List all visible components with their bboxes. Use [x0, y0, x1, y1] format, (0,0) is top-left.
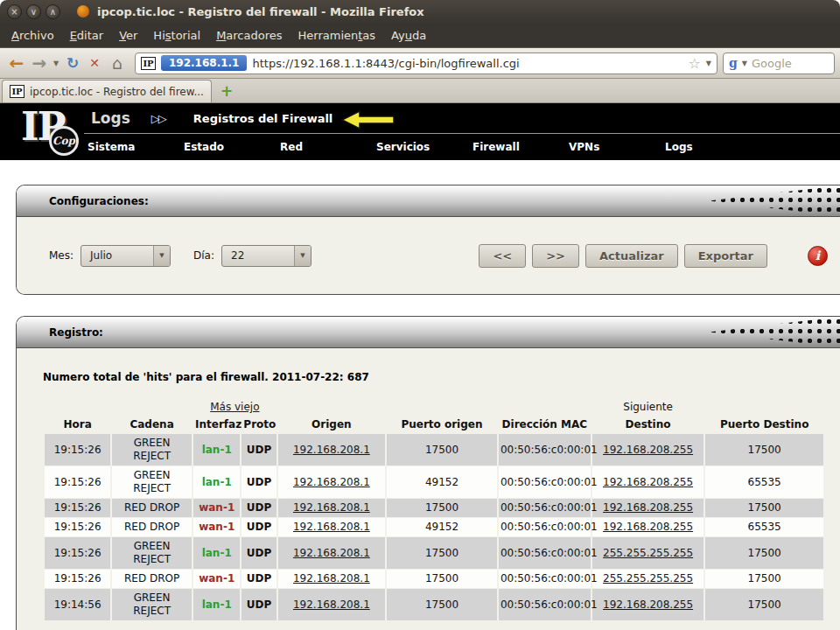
google-icon: g	[729, 56, 738, 70]
cell-mac: 00:50:56:c0:00:01	[499, 466, 591, 498]
cell-source: 192.168.208.1	[278, 434, 385, 466]
search-placeholder: Google	[752, 57, 792, 70]
menu-item-historial[interactable]: Historial	[145, 25, 208, 46]
nav-item-firewall[interactable]: Firewall	[472, 141, 569, 153]
window-minimize-button[interactable]: ∨	[26, 4, 41, 19]
col-puerto-destino: Puerto Destino	[705, 416, 823, 433]
log-table-body: 19:15:26GREEN REJECTlan-1UDP192.168.208.…	[45, 434, 823, 620]
nav-item-red[interactable]: Red	[280, 141, 376, 153]
new-tab-button[interactable]: +	[212, 82, 242, 102]
nav-item-estado[interactable]: Estado	[184, 141, 280, 153]
older-cell: Más viejo	[193, 400, 276, 415]
cell-time: 19:15:26	[45, 518, 110, 536]
cell-source: 192.168.208.1	[278, 518, 385, 536]
source-ip-link[interactable]: 192.168.208.1	[293, 476, 370, 488]
source-ip-link[interactable]: 192.168.208.1	[293, 501, 370, 514]
month-select[interactable]: Julio ▼	[80, 245, 171, 267]
back-icon[interactable]: ←	[5, 52, 28, 74]
cell-chain: GREEN REJECT	[112, 589, 192, 620]
cell-source: 192.168.208.1	[278, 499, 385, 517]
section-label: Logs	[91, 109, 130, 127]
ipcop-header: IP Cop Logs ▷▷ Registros del Firewall Si…	[0, 103, 840, 160]
cell-time: 19:15:26	[45, 570, 110, 588]
menu-item-ayuda[interactable]: Ayuda	[383, 25, 434, 46]
url-dropdown-icon[interactable]: ▼	[706, 60, 711, 67]
source-ip-link[interactable]: 192.168.208.1	[293, 444, 370, 456]
nav-item-vpns[interactable]: VPNs	[569, 141, 665, 153]
chevrons-icon: ▷▷	[151, 112, 165, 125]
day-select-arrow-icon[interactable]: ▼	[294, 246, 311, 266]
source-ip-link[interactable]: 192.168.208.1	[293, 572, 370, 584]
cell-proto: UDP	[242, 570, 276, 588]
cell-proto: UDP	[242, 537, 276, 569]
next-button[interactable]: >>	[532, 244, 579, 268]
history-dropdown-icon[interactable]: ▼	[51, 60, 61, 67]
search-engine-dropdown-icon[interactable]: ▼	[742, 60, 747, 67]
col-cadena: Cadena	[112, 416, 192, 433]
home-icon[interactable]: ⌂	[105, 53, 130, 73]
menu-item-herramientas[interactable]: Herramientas	[290, 25, 384, 46]
search-box[interactable]: g ▼ Google	[723, 52, 835, 74]
cell-source: 192.168.208.1	[278, 537, 385, 569]
refresh-icon[interactable]: ↻	[61, 54, 84, 72]
firefox-icon	[77, 5, 89, 18]
cell-interface: wan-1	[193, 570, 240, 588]
forward-icon[interactable]: →	[28, 52, 51, 74]
window-titlebar: × ∨ ∧ ipcop.tic.loc - Registro del firew…	[0, 0, 840, 23]
log-panel: Registro: Numero total de 'hits' para el…	[16, 316, 840, 630]
settings-panel-body: Mes: Julio ▼ Día: 22 ▼ << >> Actualizar …	[17, 217, 840, 294]
pagination-row: Más viejo Siguiente	[45, 400, 823, 415]
source-ip-link[interactable]: 192.168.208.1	[293, 547, 370, 559]
site-identity-button[interactable]: 192.168.1.1	[161, 55, 247, 71]
cell-time: 19:15:26	[45, 466, 110, 498]
page-content: Configuraciones: Mes: Julio ▼ Día: 22 ▼ …	[0, 160, 840, 630]
menu-item-ver[interactable]: Ver	[111, 25, 145, 46]
tab-title: ipcop.tic.loc - Registro del firew...	[30, 86, 204, 98]
destination-ip-link[interactable]: 192.168.208.255	[603, 476, 693, 488]
source-ip-link[interactable]: 192.168.208.1	[293, 598, 370, 611]
source-ip-link[interactable]: 192.168.208.1	[293, 521, 370, 533]
cell-destination-port: 17500	[705, 570, 823, 588]
cell-destination: 192.168.208.255	[592, 589, 704, 620]
destination-ip-link[interactable]: 192.168.208.255	[603, 444, 693, 456]
col-proto: Proto	[242, 416, 276, 433]
month-select-arrow-icon[interactable]: ▼	[153, 246, 170, 266]
bookmark-star-icon[interactable]: ☆	[689, 55, 701, 72]
destination-ip-link[interactable]: 192.168.208.255	[603, 598, 693, 611]
column-header-row: Hora Cadena Interfaz Proto Origen Puerto…	[45, 416, 823, 433]
update-button[interactable]: Actualizar	[585, 244, 678, 268]
older-link[interactable]: Más viejo	[210, 401, 259, 413]
info-icon[interactable]: i	[808, 246, 828, 266]
window-close-button[interactable]: ×	[7, 4, 22, 19]
stop-icon[interactable]: ✕	[84, 56, 105, 70]
cell-proto: UDP	[242, 434, 276, 466]
destination-ip-link[interactable]: 255.255.255.255	[603, 572, 693, 584]
url-bar[interactable]: IP 192.168.1.1 https://192.168.1.1:8443/…	[135, 52, 718, 74]
menu-item-marcadores[interactable]: Marcadores	[208, 25, 290, 46]
cell-destination-port: 17500	[705, 434, 823, 466]
cell-source-port: 17500	[387, 589, 497, 620]
export-button[interactable]: Exportar	[684, 244, 767, 268]
browser-tab[interactable]: IP ipcop.tic.loc - Registro del firew...	[2, 80, 212, 102]
destination-ip-link[interactable]: 255.255.255.255	[603, 547, 693, 559]
site-favicon: IP	[141, 57, 156, 70]
cell-source: 192.168.208.1	[278, 466, 385, 498]
destination-ip-link[interactable]: 192.168.208.255	[603, 521, 693, 533]
previous-button[interactable]: <<	[479, 244, 526, 268]
cell-destination: 192.168.208.255	[592, 434, 704, 466]
url-text[interactable]: https://192.168.1.1:8443/cgi-bin/logfire…	[252, 57, 682, 70]
window-maximize-button[interactable]: ∧	[46, 4, 60, 19]
nav-item-sistema[interactable]: Sistema	[88, 141, 184, 153]
col-destino: Destino	[592, 416, 704, 433]
cell-destination: 192.168.208.255	[592, 466, 704, 498]
cell-destination: 192.168.208.255	[592, 518, 704, 536]
cell-chain: GREEN REJECT	[112, 537, 192, 569]
cell-chain: GREEN REJECT	[112, 434, 192, 466]
nav-item-servicios[interactable]: Servicios	[376, 141, 472, 153]
nav-item-logs[interactable]: Logs	[665, 141, 761, 153]
destination-ip-link[interactable]: 192.168.208.255	[603, 501, 693, 514]
menu-item-archivo[interactable]: Archivo	[4, 25, 62, 46]
menu-item-editar[interactable]: Editar	[62, 25, 112, 46]
cell-source: 192.168.208.1	[278, 570, 385, 588]
day-select[interactable]: 22 ▼	[221, 245, 312, 267]
